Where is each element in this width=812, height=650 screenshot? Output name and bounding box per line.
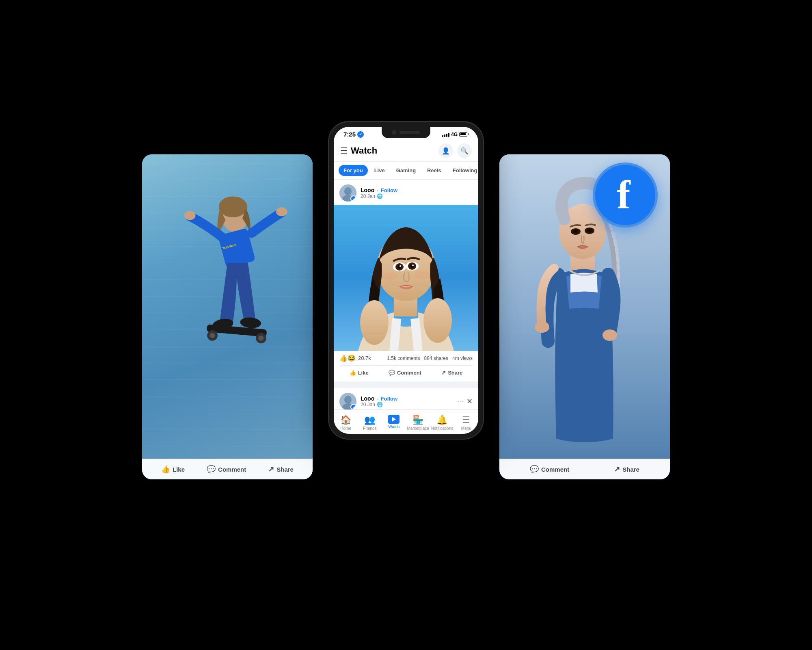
tab-following[interactable]: Following bbox=[448, 165, 478, 176]
nav-marketplace[interactable]: 🏪 Marketplace bbox=[406, 413, 430, 432]
svg-point-37 bbox=[415, 271, 430, 279]
status-time: 7:25 bbox=[343, 131, 356, 138]
left-card-bottom: 👍 Like 💬 Comment ↗ Share bbox=[142, 459, 313, 479]
post-2-follow-button[interactable]: Follow bbox=[381, 396, 397, 402]
nav-home-label: Home bbox=[340, 426, 351, 431]
notch bbox=[382, 127, 430, 138]
hamburger-icon[interactable]: ☰ bbox=[340, 146, 348, 156]
left-share-button[interactable]: ↗ Share bbox=[268, 465, 294, 474]
play-triangle-icon bbox=[392, 417, 396, 422]
share-button[interactable]: ↗ Share bbox=[438, 367, 466, 378]
search-icon-button[interactable]: 🔍 bbox=[457, 143, 472, 158]
left-comment-button[interactable]: 💬 Comment bbox=[207, 465, 246, 474]
status-left: 7:25 ✓ bbox=[343, 131, 364, 138]
friends-icon: 👥 bbox=[364, 415, 375, 425]
reactions-left: 👍😂 20.7k bbox=[339, 354, 371, 362]
right-share-label: Share bbox=[622, 466, 639, 473]
post-1-author: Looo bbox=[361, 187, 374, 193]
post-2-name-row: Looo · Follow bbox=[361, 395, 453, 402]
nav-menu-label: Menu bbox=[461, 426, 471, 431]
like-icon: 👍 bbox=[350, 370, 356, 376]
close-button[interactable]: ✕ bbox=[466, 397, 473, 406]
right-card-bottom: 💬 Comment ↗ Share bbox=[499, 459, 670, 479]
shares-count: 884 shares bbox=[424, 355, 448, 361]
like-button[interactable]: 👍 Like bbox=[346, 367, 372, 378]
comment-icon: 💬 bbox=[207, 465, 216, 474]
svg-point-34 bbox=[410, 264, 414, 268]
svg-point-1 bbox=[219, 196, 247, 217]
scene: YARDSALE 👍 Like 💬 Comment ↗ Share bbox=[142, 122, 670, 528]
post-name-row: Looo · Follow bbox=[361, 187, 473, 193]
comment-button[interactable]: 💬 Comment bbox=[385, 367, 425, 378]
phone-frame: 7:25 ✓ 4G bbox=[329, 122, 483, 439]
post-2: ✓ Looo · Follow 20 Jan 🌐 bbox=[334, 385, 478, 410]
bottom-nav: 🏠 Home 👥 Friends Watch 🏪 bbox=[334, 410, 478, 434]
post-1-follow-button[interactable]: Follow bbox=[381, 187, 397, 193]
tab-reels[interactable]: Reels bbox=[422, 165, 446, 176]
post-2-globe: 🌐 bbox=[377, 402, 383, 407]
phone-screen: 7:25 ✓ 4G bbox=[334, 127, 478, 434]
watch-icon-container bbox=[388, 415, 400, 424]
action-row: 👍 Like 💬 Comment ↗ Share bbox=[339, 366, 473, 378]
views-count: 4m views bbox=[452, 355, 473, 361]
like-label: Like bbox=[358, 370, 369, 376]
post-2-meta: 20 Jan 🌐 bbox=[361, 402, 453, 407]
signal-bar-2 bbox=[444, 134, 445, 137]
nav-notifications[interactable]: 🔔 Notifications bbox=[430, 413, 454, 432]
tab-live[interactable]: Live bbox=[369, 165, 390, 176]
tab-gaming[interactable]: Gaming bbox=[391, 165, 421, 176]
nav-watch[interactable]: Watch bbox=[382, 413, 406, 432]
battery-icon bbox=[459, 132, 469, 136]
signal-bar-1 bbox=[442, 135, 443, 137]
reactions-count: 20.7k bbox=[358, 355, 371, 361]
signal-bar-4 bbox=[448, 133, 449, 137]
share-icon-btn: ↗ bbox=[441, 370, 446, 376]
svg-point-21 bbox=[603, 329, 617, 341]
nav-home[interactable]: 🏠 Home bbox=[334, 413, 358, 432]
left-share-label: Share bbox=[276, 466, 294, 473]
nav-menu[interactable]: ☰ Menu bbox=[454, 413, 478, 432]
more-options-button[interactable]: ··· bbox=[457, 397, 463, 406]
signal-bars bbox=[442, 132, 449, 137]
speaker bbox=[400, 131, 420, 134]
left-comment-label: Comment bbox=[218, 466, 246, 473]
post-2-dot: · bbox=[377, 396, 378, 402]
app-header: ☰ Watch 👤 🔍 bbox=[334, 140, 478, 162]
dot-separator: · bbox=[377, 187, 378, 193]
marketplace-icon: 🏪 bbox=[412, 415, 423, 425]
left-card: YARDSALE 👍 Like 💬 Comment ↗ Share bbox=[142, 154, 313, 479]
svg-point-4 bbox=[276, 207, 287, 216]
post-1-date: 20 Jan bbox=[361, 193, 375, 199]
menu-icon: ☰ bbox=[462, 415, 470, 425]
profile-icon-button[interactable]: 👤 bbox=[438, 143, 453, 158]
left-like-label: Like bbox=[173, 466, 185, 473]
tab-bar: For you Live Gaming Reels Following bbox=[334, 162, 478, 180]
camera bbox=[392, 130, 396, 134]
post-1-header: ✓ Looo · Follow 20 Jan 🌐 bbox=[334, 180, 478, 205]
person-icon: 👤 bbox=[442, 147, 450, 155]
right-comment-button[interactable]: 💬 Comment bbox=[530, 465, 569, 474]
right-share-button[interactable]: ↗ Share bbox=[614, 465, 639, 474]
svg-point-3 bbox=[184, 211, 196, 220]
nav-notifications-label: Notifications bbox=[431, 426, 453, 431]
share-label: Share bbox=[448, 370, 462, 376]
home-icon: 🏠 bbox=[340, 415, 351, 425]
facebook-f-letter: f bbox=[617, 175, 630, 215]
right-comment-label: Comment bbox=[541, 466, 569, 473]
svg-point-20 bbox=[535, 321, 549, 333]
comment-icon-right: 💬 bbox=[530, 465, 539, 474]
left-like-button[interactable]: 👍 Like bbox=[161, 465, 185, 474]
post-2-actions: ··· ✕ bbox=[457, 397, 473, 406]
post-1-avatar[interactable]: ✓ bbox=[339, 184, 356, 202]
like-emoji: 👍😂 bbox=[339, 354, 356, 362]
post-1-info: Looo · Follow 20 Jan 🌐 bbox=[361, 187, 473, 199]
svg-point-41 bbox=[344, 396, 352, 404]
post-1: ✓ Looo · Follow 20 Jan 🌐 bbox=[334, 180, 478, 381]
reaction-row: 👍😂 20.7k 1.5k comments 884 shares 4m vie… bbox=[339, 354, 473, 366]
post-2-avatar[interactable]: ✓ bbox=[339, 393, 356, 410]
nav-friends[interactable]: 👥 Friends bbox=[358, 413, 382, 432]
tab-for-you[interactable]: For you bbox=[339, 165, 368, 176]
header-right: 👤 🔍 bbox=[438, 143, 472, 158]
svg-point-36 bbox=[382, 272, 397, 280]
post-1-image bbox=[334, 205, 478, 351]
